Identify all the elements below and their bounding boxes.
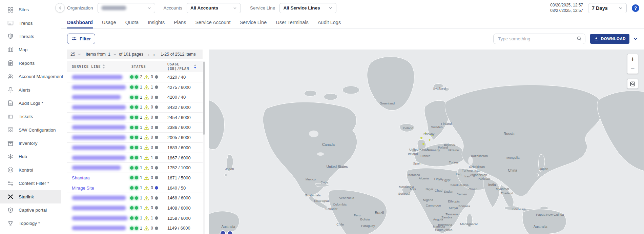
offline-dot-icon	[155, 75, 158, 79]
page-size-value[interactable]: 25	[70, 52, 75, 57]
sidebar-item-captive-portal[interactable]: Captive portal	[0, 203, 61, 217]
online-dot-icon	[135, 166, 138, 170]
warning-count: 0	[151, 175, 153, 180]
service-line-select[interactable]: All Service Lines	[279, 3, 336, 13]
map-zoom-in-button[interactable]: +	[627, 54, 638, 64]
column-header-usage[interactable]: USAGE (GB)/PLAN	[167, 61, 189, 74]
service-line-link-redacted[interactable]	[72, 85, 126, 90]
tab-dashboard[interactable]: Dashboard	[67, 16, 93, 28]
tab-audit-logs[interactable]: Audit Logs	[318, 16, 341, 28]
table-row: 111867 / 6000	[67, 153, 203, 163]
page-number-chevron-icon[interactable]	[113, 53, 117, 56]
service-line-link-redacted[interactable]	[72, 216, 128, 220]
service-line-link[interactable]: Mirage Site	[72, 186, 94, 191]
sidebar-item-content-filter[interactable]: Content Filter *	[0, 177, 61, 190]
accounts-select[interactable]: All Accounts	[187, 3, 241, 13]
online-count: 1	[140, 85, 142, 90]
next-page-button[interactable]: ›	[152, 52, 155, 57]
search-icon[interactable]	[576, 36, 582, 43]
tab-user-terminals[interactable]: User Terminals	[276, 16, 308, 28]
offline-dot-icon	[155, 96, 158, 99]
sidebar-item-threats[interactable]: Threats	[0, 30, 61, 43]
service-line-link-redacted[interactable]	[72, 156, 126, 160]
search-input[interactable]	[493, 34, 585, 44]
time-range-value: 7 Days	[592, 5, 608, 11]
table-row: Mirage Site101640 / 50	[67, 183, 203, 193]
service-line-link-redacted[interactable]	[72, 145, 126, 150]
service-line-link-redacted[interactable]	[72, 165, 121, 170]
tab-quota[interactable]: Quota	[125, 16, 139, 28]
sidebar-item-hub[interactable]: Hub	[0, 150, 61, 163]
column-header-status[interactable]: STATUS	[131, 61, 146, 72]
service-line-link-redacted[interactable]	[72, 105, 126, 110]
sidebar-item-tickets[interactable]: Tickets	[0, 110, 61, 123]
tab-plans[interactable]: Plans	[174, 16, 186, 28]
sidebar-item-s-w-configuration[interactable]: S/W Configuration	[0, 123, 61, 137]
service-line-link-redacted[interactable]	[72, 206, 126, 210]
download-button[interactable]: DOWNLOAD	[590, 34, 629, 44]
service-line-link-redacted[interactable]	[72, 125, 126, 130]
sidebar-item-sites[interactable]: Sites	[0, 3, 61, 16]
online-dot-icon	[135, 136, 138, 139]
service-line-link-redacted[interactable]	[72, 95, 121, 99]
sidebar-item-topology[interactable]: Topology *	[0, 217, 61, 230]
page-size-chevron-icon[interactable]	[78, 53, 81, 56]
sidebar-item-reports[interactable]: Reports	[0, 57, 61, 70]
online-count: 1	[140, 155, 142, 160]
sidebar-collapse-button[interactable]	[55, 3, 65, 13]
offline-dot-icon	[155, 156, 158, 159]
service-line-link-redacted[interactable]	[72, 135, 126, 140]
sort-icon-usage[interactable]	[194, 61, 196, 72]
sidebar-item-kontrol[interactable]: Kontrol	[0, 163, 61, 177]
table-row: 102005 / 6000	[67, 133, 203, 143]
starlink-dashboard-app: SitesTrendsThreatsMapReportsAccount Mana…	[0, 0, 644, 234]
tab-insights[interactable]: Insights	[148, 16, 165, 28]
online-count: 1	[140, 105, 142, 110]
time-range-select[interactable]: 7 Days	[588, 3, 627, 13]
warning-count: 0	[151, 145, 153, 150]
table-scrollbar-thumb[interactable]	[203, 62, 205, 135]
table-scrollbar[interactable]	[203, 61, 205, 234]
tab-service-account[interactable]: Service Account	[195, 16, 230, 28]
sidebar-item-alerts[interactable]: Alerts	[0, 83, 61, 96]
sidebar-item-trends[interactable]: Trends	[0, 16, 61, 30]
filter-button[interactable]: Filter	[67, 34, 95, 44]
online-dot-icon	[135, 156, 138, 159]
sidebar-item-audit-logs[interactable]: Audit Logs *	[0, 97, 61, 110]
online-count: 1	[140, 216, 142, 220]
world-map[interactable]: GreenlandSvalbardIcelandNorwaySwedenFinl…	[209, 50, 644, 234]
organization-select[interactable]	[98, 3, 155, 13]
tab-usage[interactable]: Usage	[102, 16, 116, 28]
status-cell: 10	[130, 163, 158, 173]
service-line-link-redacted[interactable]	[72, 196, 126, 200]
column-header-service-line[interactable]: SERVICE LINE	[72, 61, 105, 72]
help-icon[interactable]: ?	[632, 4, 639, 12]
online-dot-icon	[135, 126, 138, 129]
warning-count: 0	[151, 226, 153, 231]
service-line-link-redacted[interactable]	[72, 115, 126, 120]
offline-dot-icon	[155, 176, 158, 179]
map-zoom-out-button[interactable]: −	[627, 64, 638, 74]
online-dot-icon	[130, 146, 133, 149]
sidebar-item-account-management[interactable]: Account Management	[0, 70, 61, 83]
prev-page-button[interactable]: ‹	[147, 52, 150, 57]
warning-count: 0	[151, 206, 153, 210]
date-range-display: 03/20/2025, 12:57 03/27/2025, 12:57	[550, 3, 583, 13]
sidebar-item-starlink[interactable]: Starlink	[0, 190, 61, 203]
offline-dot-icon	[155, 166, 158, 170]
table-row: 111258 / 6000	[67, 213, 203, 223]
sort-icon[interactable]	[102, 64, 105, 69]
service-line-link-redacted[interactable]	[72, 75, 123, 79]
status-cell: 10	[130, 133, 158, 142]
tab-service-line[interactable]: Service Line	[240, 16, 267, 28]
online-count: 1	[140, 115, 142, 120]
page-number-value[interactable]: 1	[108, 52, 110, 57]
service-line-link-redacted[interactable]	[72, 226, 126, 230]
warning-triangle-icon	[144, 95, 149, 100]
map-box-zoom-button[interactable]	[627, 79, 638, 89]
sidebar-item-inventory[interactable]: Inventory	[0, 137, 61, 150]
download-options-chevron-icon[interactable]	[632, 36, 639, 42]
online-count: 1	[140, 125, 142, 130]
service-line-link[interactable]: Shantara	[72, 175, 90, 180]
sidebar-item-map[interactable]: Map	[0, 43, 61, 56]
